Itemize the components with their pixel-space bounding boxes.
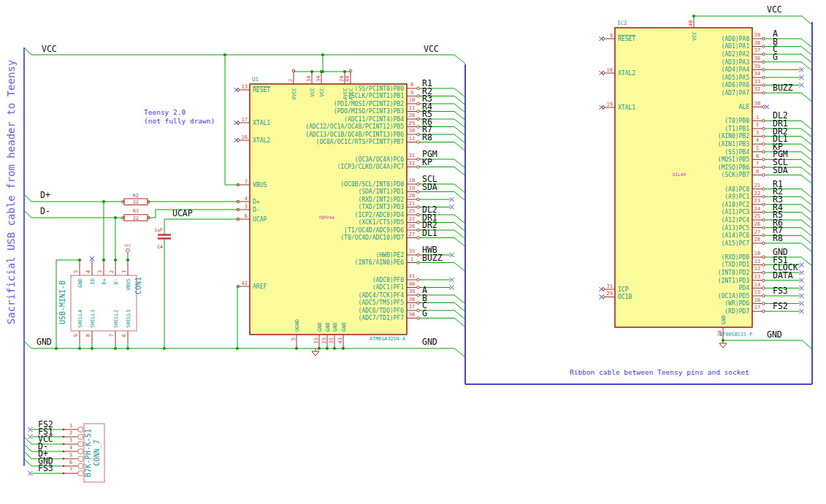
conn7-pin-end [63, 429, 65, 431]
conn7-pin-end [63, 451, 65, 453]
schematic-page: VCCVCCD+D-UCAP1uFC4GNDGNDR222R322USB-MIN… [0, 0, 826, 504]
pin-num: 30 [754, 101, 760, 107]
net-label-dplus: D+ [40, 190, 50, 200]
con1-pin-name: ID [90, 278, 96, 284]
pin-name: GND [317, 322, 323, 332]
bus-entry [454, 55, 465, 64]
conn7-pin-num: 7 [69, 467, 72, 473]
pin-num: 16 [754, 297, 760, 303]
con1-pin-name: VBUS [126, 278, 131, 291]
pin-name: (OC0A/OC1C/RTS/PCINT7)PB7 [316, 139, 405, 145]
pin-num: 34 [754, 71, 760, 77]
pin-name: (AIN1)PB3 [718, 141, 750, 148]
pin-name: ICP [618, 286, 629, 293]
pin-name: (ADC13/OC1B/OC4B/PCINT13)PB6 [305, 131, 404, 138]
conn7-pin-end [63, 473, 65, 475]
pin-name: UVCC [291, 88, 297, 100]
pin-name: (TXD)PD1 [721, 261, 749, 268]
pin-num: 2 [756, 122, 759, 128]
pin-name: (AD3)PA3 [721, 59, 749, 66]
pin-num: 16 [242, 134, 248, 140]
resistor-ref: R3 [133, 208, 139, 214]
con1-pin-num: 8 [85, 334, 91, 337]
bus-entry [454, 348, 465, 357]
pin-num: 33 [754, 79, 760, 85]
bus-entry [801, 196, 812, 205]
pin-num: 31 [409, 153, 415, 159]
pin-name: (ADC11/PCINT4)PB4 [344, 116, 404, 123]
net-label-DL1: DL1 [422, 228, 437, 238]
net-label-FS2: FS2 [773, 301, 788, 311]
c4-ref: C4 [157, 244, 163, 250]
bus-entry [454, 127, 465, 136]
bus-entry [454, 295, 465, 304]
bus-entry [454, 159, 465, 168]
junction-dot [114, 259, 117, 261]
ic-footprint: TQFP44 [318, 215, 334, 220]
pin-num: 27 [754, 229, 760, 235]
pin-name: D- [253, 207, 260, 213]
pin-num: 42 [242, 280, 248, 286]
net-label-SDA: SDA [422, 182, 437, 192]
pin-name: (A9)PC1 [724, 194, 749, 200]
bus-entry [801, 213, 812, 221]
con1-pin-num: 2 [109, 270, 115, 273]
conn7-pin-circle [78, 435, 83, 440]
bus-entry [24, 437, 31, 444]
conn7-pin-end [63, 443, 65, 446]
bus-entry [801, 235, 812, 244]
con1-value: USB-MINI-B [58, 280, 66, 324]
net-label-vcc: VCC [42, 44, 57, 54]
pin-name: UGND [294, 319, 300, 332]
conn7-pin-end [63, 436, 65, 438]
net-label-FS3: FS3 [38, 463, 53, 473]
net-label-KP: KP [422, 157, 432, 167]
pin-name: (WR)PD6 [724, 300, 749, 307]
bus-entry [454, 119, 465, 128]
bus-entry [454, 96, 465, 105]
net-label-G: G [422, 308, 427, 318]
bus-entry [454, 88, 465, 97]
pin-name: (ADC1)PF1 [372, 284, 405, 291]
schematic-canvas: VCCVCCD+D-UCAP1uFC4GNDGNDR222R322USB-MIN… [0, 0, 826, 504]
note-sacrificial-usb-cable: Sacrificial USB cable from header to Tee… [5, 60, 17, 324]
pin-name: GND [721, 315, 727, 324]
bus-entry [454, 184, 465, 193]
conn7-pin-circle [78, 457, 83, 462]
pin-num: 13 [754, 274, 760, 280]
pin-num: 31 [607, 283, 613, 289]
pin-name: (T0)PB0 [724, 118, 749, 124]
con1-pin-num: 7 [109, 334, 115, 337]
pin-num: 12 [409, 136, 415, 142]
pin-num: 27 [409, 232, 415, 237]
ic-ref: IC2 [617, 20, 627, 26]
pin-name: GND [332, 322, 338, 332]
pin-num: 15 [313, 337, 319, 343]
pin-num: 17 [754, 305, 760, 310]
pin-num: 12 [754, 266, 760, 272]
con1-pin-name: D+ [102, 278, 107, 284]
con1-pin-num: 9 [73, 334, 79, 337]
pin-name: (XCK1/CTS)PD5 [358, 219, 404, 226]
pin-name: XTAL1 [618, 104, 635, 111]
pin-num: 38 [409, 297, 415, 302]
conn7-pin-num: 6 [69, 459, 72, 465]
bus-entry [801, 54, 812, 63]
pin-name: (SDA/INT1)PD1 [358, 188, 404, 195]
net-label-ucap: UCAP [172, 208, 193, 218]
net-label-gnd: GND [37, 337, 52, 347]
con1-ref: CON1 [134, 277, 142, 294]
bus-entry [801, 228, 812, 237]
pin-name: RESET [253, 87, 270, 93]
pin-name: (OC0B/SCL/INT0)PD0 [340, 181, 404, 188]
resistor-ref: R2 [133, 193, 139, 199]
vcc-power-label: VCC [124, 243, 131, 248]
con1-pin-name: SHELL4 [77, 310, 83, 328]
bus-entry [454, 134, 465, 143]
pin-num: 44 [345, 76, 351, 82]
pin-name: (AD4)PA4 [721, 66, 749, 73]
bus-entry [24, 459, 31, 466]
bus-entry [454, 215, 465, 224]
net-label-gnd: GND [422, 337, 437, 347]
pin-num: 5 [291, 337, 297, 340]
